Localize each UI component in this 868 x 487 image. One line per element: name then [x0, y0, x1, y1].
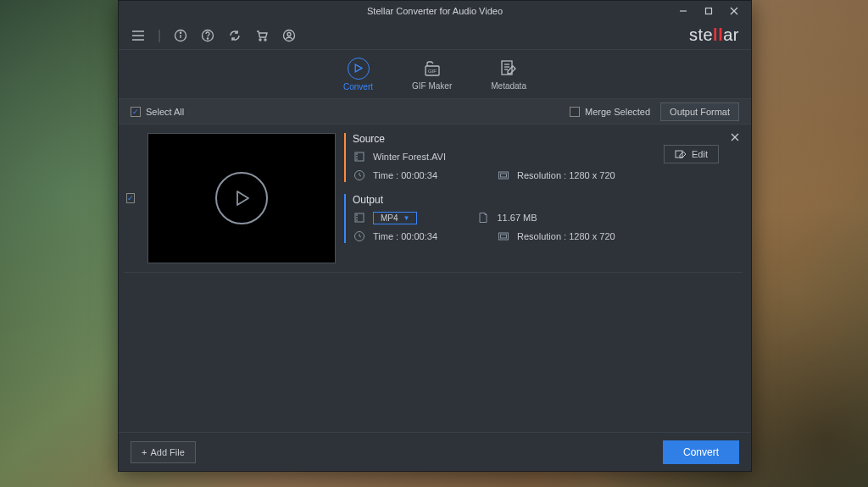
edit-button[interactable]: Edit — [664, 145, 719, 163]
play-icon — [215, 172, 268, 224]
footer-bar: + Add File Convert — [119, 432, 751, 471]
svg-point-11 — [208, 37, 209, 38]
select-all-label: Select All — [146, 107, 184, 117]
app-window: Stellar Converter for Audio Video | stel… — [118, 0, 752, 472]
output-heading: Output — [353, 194, 722, 206]
plus-icon: + — [142, 447, 147, 457]
svg-marker-16 — [355, 64, 362, 72]
user-icon[interactable] — [281, 28, 297, 43]
info-icon[interactable] — [173, 28, 188, 43]
svg-point-13 — [264, 39, 266, 41]
merge-selected-checkbox[interactable]: Merge Selected — [570, 107, 650, 117]
cart-icon[interactable] — [254, 28, 270, 43]
file-icon — [353, 150, 366, 163]
mode-tabs: Convert GIF GIF Maker Metadata — [119, 50, 751, 99]
edit-icon — [675, 149, 687, 159]
resolution-icon — [497, 230, 510, 243]
close-window-button[interactable] — [722, 3, 746, 19]
svg-rect-1 — [706, 8, 712, 14]
source-time: Time : 00:00:34 — [373, 170, 437, 180]
clock-icon — [353, 169, 366, 182]
checkbox-icon — [570, 107, 580, 117]
resolution-icon — [497, 169, 510, 182]
tab-convert[interactable]: Convert — [343, 58, 373, 91]
svg-point-32 — [357, 215, 358, 216]
svg-point-25 — [357, 154, 358, 155]
help-icon[interactable] — [200, 28, 215, 43]
metadata-icon — [498, 58, 519, 79]
top-toolbar: | stellar — [119, 21, 751, 50]
svg-rect-38 — [676, 151, 682, 158]
options-bar: Select All Merge Selected Output Format — [119, 99, 751, 125]
file-list: Source Winter Forest.AVI Time : 00:00:34… — [119, 125, 751, 432]
svg-point-27 — [357, 159, 358, 160]
svg-point-9 — [181, 32, 181, 33]
tab-label: Convert — [343, 82, 373, 91]
brand-logo: stellar — [689, 25, 739, 45]
svg-text:GIF: GIF — [428, 69, 437, 74]
app-title: Stellar Converter for Audio Video — [367, 6, 503, 16]
output-size: 11.67 MB — [497, 213, 537, 223]
svg-rect-30 — [501, 174, 507, 177]
output-section: Output MP4▼ 11.67 MB — [344, 194, 722, 243]
output-format-button[interactable]: Output Format — [660, 102, 739, 121]
convert-icon — [348, 58, 370, 80]
video-thumbnail[interactable] — [147, 133, 336, 263]
svg-point-34 — [357, 220, 358, 221]
title-bar: Stellar Converter for Audio Video — [119, 1, 751, 21]
refresh-icon[interactable] — [227, 28, 242, 43]
svg-rect-37 — [501, 235, 507, 238]
select-all-checkbox[interactable]: Select All — [131, 107, 184, 117]
tab-gif-maker[interactable]: GIF GIF Maker — [412, 58, 452, 91]
source-resolution: Resolution : 1280 x 720 — [517, 170, 615, 180]
tab-label: GIF Maker — [412, 81, 452, 91]
output-time: Time : 00:00:34 — [373, 231, 437, 241]
checkbox-icon — [131, 107, 141, 117]
output-format-dropdown[interactable]: MP4▼ — [373, 212, 417, 224]
tab-metadata[interactable]: Metadata — [491, 58, 526, 91]
remove-item-button[interactable] — [727, 130, 743, 145]
svg-point-33 — [357, 218, 358, 219]
source-filename: Winter Forest.AVI — [373, 152, 446, 162]
file-item: Source Winter Forest.AVI Time : 00:00:34… — [124, 130, 743, 273]
svg-marker-23 — [237, 191, 248, 205]
document-icon — [476, 211, 490, 224]
tab-label: Metadata — [491, 81, 526, 91]
source-heading: Source — [353, 133, 722, 145]
svg-point-15 — [287, 32, 291, 36]
file-icon — [353, 211, 366, 224]
item-checkbox[interactable] — [126, 193, 135, 203]
svg-point-26 — [357, 157, 358, 158]
maximize-button[interactable] — [697, 3, 721, 19]
merge-selected-label: Merge Selected — [585, 107, 650, 117]
output-resolution: Resolution : 1280 x 720 — [517, 231, 615, 241]
add-file-button[interactable]: + Add File — [131, 441, 196, 463]
minimize-button[interactable] — [671, 3, 695, 19]
gif-icon: GIF — [422, 58, 442, 79]
svg-point-12 — [259, 39, 261, 41]
menu-icon[interactable] — [131, 28, 146, 43]
clock-icon — [353, 230, 366, 243]
close-icon — [731, 133, 739, 141]
chevron-down-icon: ▼ — [403, 214, 410, 222]
convert-button[interactable]: Convert — [663, 440, 739, 464]
